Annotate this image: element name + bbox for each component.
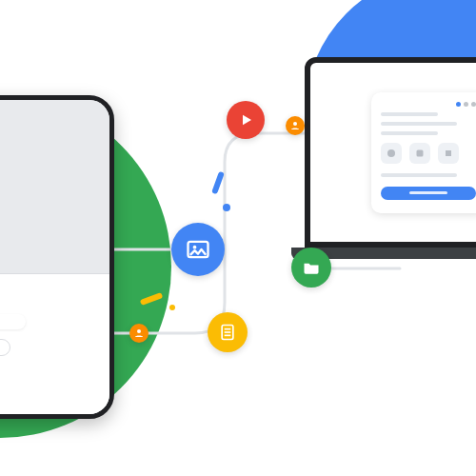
panel-top-indicators	[381, 102, 476, 107]
person-icon	[286, 116, 305, 135]
panel-text-line	[381, 173, 457, 177]
svg-point-3	[193, 246, 197, 249]
panel-text-line	[381, 112, 438, 116]
connector-dot-icon	[169, 305, 175, 310]
open-button[interactable]: Open	[0, 339, 10, 356]
connector-dot-icon	[223, 204, 230, 211]
svg-point-8	[293, 122, 297, 126]
svg-rect-1	[417, 149, 424, 156]
laptop-device	[305, 57, 476, 259]
share-panel	[371, 92, 476, 213]
svg-point-0	[387, 149, 395, 157]
play-icon	[227, 101, 265, 139]
phone-screen-upper	[0, 100, 109, 273]
panel-text-line	[381, 131, 438, 135]
list-icon	[208, 312, 248, 352]
panel-app-icon	[438, 143, 459, 164]
panel-app-icon	[381, 143, 402, 164]
connector-accent-icon	[211, 171, 225, 195]
photo-icon	[171, 223, 225, 276]
panel-send-button[interactable]	[381, 187, 476, 200]
phone-notification-card	[0, 314, 26, 329]
panel-app-icons	[381, 143, 476, 164]
laptop-screen	[305, 57, 476, 248]
person-icon	[129, 324, 149, 343]
phone-screen-lower: Open	[0, 274, 109, 416]
phone-button-row: Open	[0, 339, 98, 356]
svg-point-9	[137, 329, 141, 333]
panel-app-icon	[409, 143, 430, 164]
panel-text-line	[381, 122, 457, 126]
phone-device: Open	[0, 95, 114, 419]
folder-icon	[291, 248, 331, 288]
